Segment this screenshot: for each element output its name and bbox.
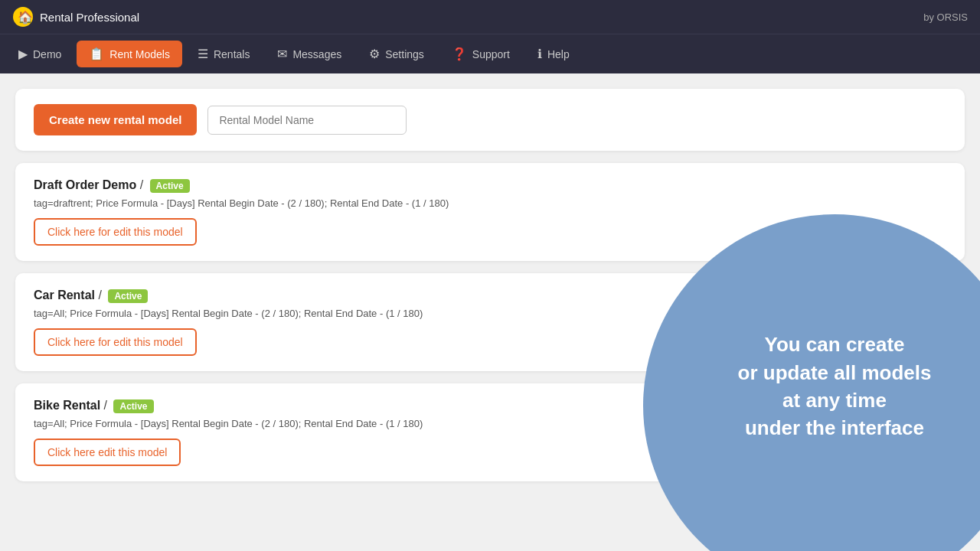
nav-label-support: Support xyxy=(472,48,510,60)
nav-bar: ▶ Demo 📋 Rent Models ☰ Rentals ✉ Message… xyxy=(0,34,980,73)
nav-label-rentals: Rentals xyxy=(214,48,250,60)
app-title: Rental Professional xyxy=(40,11,139,24)
model-title-bike-rental: Bike Rental / Active xyxy=(34,399,946,413)
nav-item-messages[interactable]: ✉ Messages xyxy=(265,41,354,67)
status-badge-bike-rental: Active xyxy=(113,399,153,413)
model-card-draft-order: Draft Order Demo / Active tag=draftrent;… xyxy=(15,163,965,261)
edit-button-draft-order[interactable]: Click here for edit this model xyxy=(34,218,197,246)
rent-models-icon: 📋 xyxy=(89,47,104,61)
main-content: Create new rental model Draft Order Demo… xyxy=(0,73,980,497)
nav-label-messages: Messages xyxy=(292,48,341,60)
create-row: Create new rental model xyxy=(34,104,946,135)
nav-item-rent-models[interactable]: 📋 Rent Models xyxy=(77,41,182,67)
nav-label-help: Help xyxy=(547,48,570,60)
model-tag-bike-rental: tag=All; Price Formula - [Days] Rental B… xyxy=(34,418,946,429)
nav-item-support[interactable]: ❓ Support xyxy=(439,41,522,67)
nav-label-rent-models: Rent Models xyxy=(109,48,170,60)
model-card-car-rental: Car Rental / Active tag=All; Price Formu… xyxy=(15,273,965,371)
settings-icon: ⚙ xyxy=(369,47,380,61)
demo-icon: ▶ xyxy=(18,47,28,61)
nav-label-demo: Demo xyxy=(33,48,61,60)
app-logo-icon: 🏠 xyxy=(12,6,34,28)
model-tag-draft-order: tag=draftrent; Price Formula - [Days] Re… xyxy=(34,197,946,209)
svg-text:🏠: 🏠 xyxy=(18,10,33,24)
support-icon: ❓ xyxy=(452,47,467,61)
nav-item-demo[interactable]: ▶ Demo xyxy=(6,41,74,67)
model-card-bike-rental: Bike Rental / Active tag=All; Price Form… xyxy=(15,383,965,481)
nav-item-help[interactable]: ℹ Help xyxy=(525,41,582,67)
model-title-car-rental: Car Rental / Active xyxy=(34,289,946,303)
model-tag-car-rental: tag=All; Price Formula - [Days] Rental B… xyxy=(34,308,946,319)
messages-icon: ✉ xyxy=(277,47,287,61)
create-rental-model-button[interactable]: Create new rental model xyxy=(34,104,197,135)
by-orsis-label: by ORSIS xyxy=(923,11,968,23)
status-badge-car-rental: Active xyxy=(108,289,148,303)
rentals-icon: ☰ xyxy=(198,47,208,61)
rental-model-name-input[interactable] xyxy=(207,106,407,135)
create-model-card: Create new rental model xyxy=(15,89,965,151)
edit-button-car-rental[interactable]: Click here for edit this model xyxy=(34,328,197,356)
app-brand: 🏠 Rental Professional xyxy=(12,6,139,28)
nav-label-settings: Settings xyxy=(385,48,424,60)
nav-item-settings[interactable]: ⚙ Settings xyxy=(357,41,436,67)
top-bar: 🏠 Rental Professional by ORSIS xyxy=(0,0,980,34)
help-icon: ℹ xyxy=(537,47,542,61)
nav-item-rentals[interactable]: ☰ Rentals xyxy=(185,41,262,67)
status-badge-draft-order: Active xyxy=(150,179,190,193)
model-title-draft-order: Draft Order Demo / Active xyxy=(34,178,946,193)
edit-button-bike-rental[interactable]: Click here edit this model xyxy=(34,439,181,466)
